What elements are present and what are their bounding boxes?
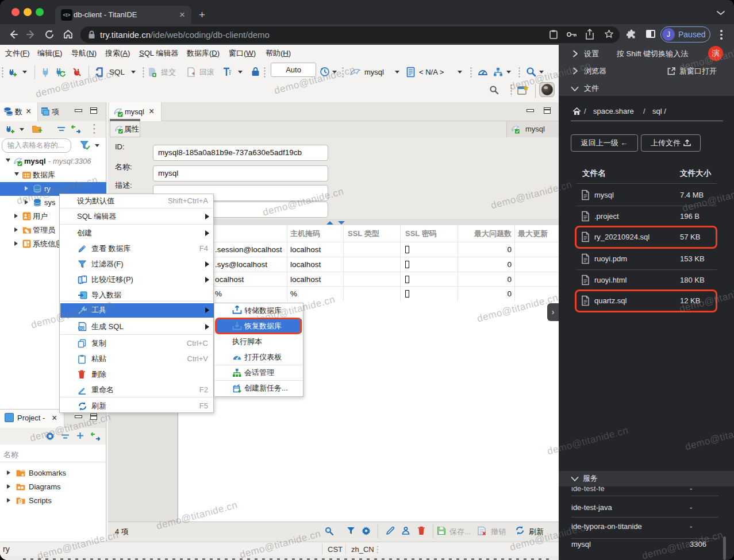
svg-text:SQL: SQL: [79, 326, 85, 330]
